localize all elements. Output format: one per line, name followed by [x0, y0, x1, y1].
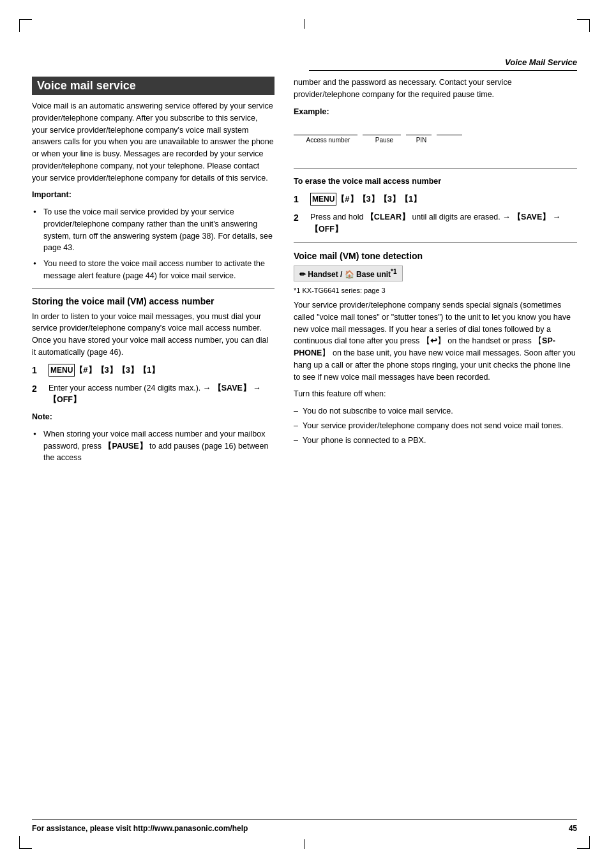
base-unit-label: Base unit: [356, 270, 391, 279]
note-item-1: When storing your voice mail access numb…: [32, 428, 274, 464]
corner-mark-br: [577, 836, 590, 849]
content-area: Voice mail service Voice mail is an auto…: [32, 77, 577, 817]
vm-tone-section: Voice mail (VM) tone detection ✏ Handset…: [294, 250, 577, 447]
erase-section: To erase the voice mail access number 1 …: [294, 176, 577, 235]
left-column: Voice mail service Voice mail is an auto…: [32, 77, 274, 817]
note-continued: number and the password as necessary. Co…: [294, 77, 577, 101]
erase-step-1-number: 1: [294, 193, 308, 206]
divider-1: [32, 288, 274, 289]
footer-text: For assistance, please visit http://www.…: [32, 824, 248, 833]
important-label: Important:: [32, 189, 274, 201]
divider-3: [294, 242, 577, 243]
storing-intro: In order to listen to your voice mail me…: [32, 311, 274, 359]
top-center-mark: [304, 19, 305, 29]
step-1-number: 1: [32, 364, 46, 377]
step-2: 2 Enter your access number (24 digits ma…: [32, 382, 274, 407]
erase-step-2: 2 Press and hold 【CLEAR】 until all digit…: [294, 211, 577, 236]
handset-label: Handset /: [308, 270, 342, 279]
important-bullet-list: To use the voice mail service provided b…: [32, 206, 274, 282]
right-column: number and the password as necessary. Co…: [294, 77, 577, 817]
corner-mark-bl: [19, 836, 32, 849]
step-1-content: MENU【#】【3】【3】【1】: [49, 364, 274, 377]
pencil-icon: ✏: [299, 270, 308, 279]
intro-text: Voice mail is an automatic answering ser…: [32, 100, 274, 184]
page-header: Voice Mail Service: [505, 57, 577, 67]
step-1: 1 MENU【#】【3】【3】【1】: [32, 364, 274, 377]
footnote-1: *1 KX-TG6641 series: page 3: [294, 285, 577, 296]
header-rule: [309, 70, 577, 71]
turn-off-list: You do not subscribe to voice mail servi…: [294, 405, 577, 446]
corner-mark-tl: [19, 19, 32, 32]
base-icon: 🏠: [345, 270, 356, 279]
divider-2: [294, 168, 577, 169]
turn-off-item-3: Your phone is connected to a PBX.: [294, 435, 577, 447]
step-2-number: 2: [32, 382, 46, 407]
erase-step-2-content: Press and hold 【CLEAR】 until all digits …: [310, 211, 577, 236]
erase-menu-key: MENU: [310, 193, 336, 206]
turn-off-label: Turn this feature off when:: [294, 388, 577, 400]
menu-key: MENU: [49, 364, 75, 377]
example-label: Example:: [294, 106, 577, 118]
page-footer: For assistance, please visit http://www.…: [32, 819, 577, 833]
page-number: 45: [569, 824, 577, 833]
erase-step-1: 1 MENU【#】【3】【3】【1】: [294, 193, 577, 206]
storing-title: Storing the voice mail (VM) access numbe…: [32, 296, 274, 307]
main-title: Voice mail service: [37, 79, 136, 92]
erase-step-2-number: 2: [294, 211, 308, 236]
erase-title: To erase the voice mail access number: [294, 176, 577, 188]
note-bullet-list: When storing your voice mail access numb…: [32, 428, 274, 464]
base-unit-sup: *1: [391, 268, 396, 275]
corner-mark-tr: [577, 19, 590, 32]
turn-off-item-2: Your service provider/telephone company …: [294, 420, 577, 432]
erase-step-1-content: MENU【#】【3】【3】【1】: [310, 193, 577, 206]
example-area: Access number Pause PIN: [294, 124, 577, 162]
bottom-center-mark: [304, 839, 305, 849]
page-container: Voice Mail Service Voice mail service Vo…: [0, 0, 609, 868]
main-title-bar: Voice mail service: [32, 77, 274, 95]
important-item-2: You need to store the voice mail access …: [32, 258, 274, 282]
turn-off-item-1: You do not subscribe to voice mail servi…: [294, 405, 577, 417]
step-2-content: Enter your access number (24 digits max.…: [49, 382, 274, 407]
vm-tone-intro: Your service provider/telephone company …: [294, 299, 577, 383]
note-label: Note:: [32, 411, 274, 423]
important-item-1: To use the voice mail service provided b…: [32, 206, 274, 254]
header-title: Voice Mail Service: [505, 57, 577, 67]
handset-badge: ✏ Handset / 🏠 Base unit*1: [294, 266, 403, 281]
vm-tone-title: Voice mail (VM) tone detection: [294, 250, 577, 262]
